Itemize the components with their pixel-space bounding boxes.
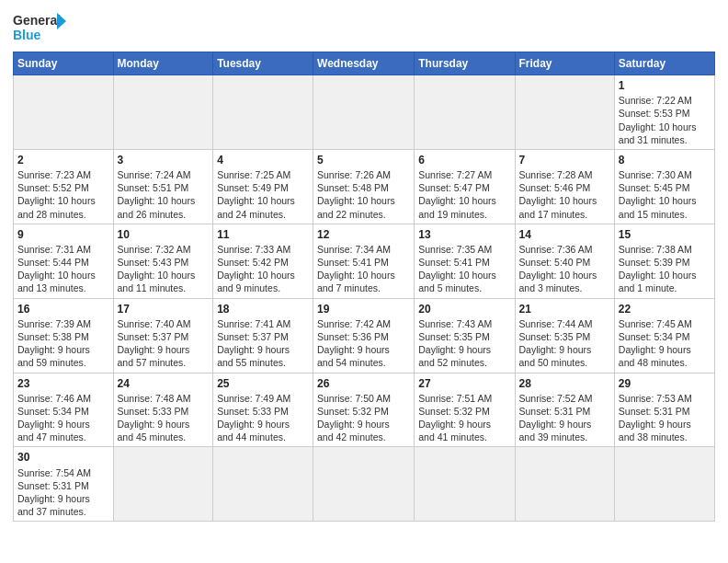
day-number: 6 xyxy=(418,153,510,167)
day-info: Sunrise: 7:31 AM Sunset: 5:44 PM Dayligh… xyxy=(17,244,96,294)
calendar-cell: 7Sunrise: 7:28 AM Sunset: 5:46 PM Daylig… xyxy=(515,149,614,224)
day-number: 11 xyxy=(217,227,309,242)
day-number: 12 xyxy=(317,227,410,242)
calendar-header-sunday: Sunday xyxy=(14,52,114,75)
logo: GeneralBlue xyxy=(13,9,68,46)
calendar-header-wednesday: Wednesday xyxy=(313,52,415,75)
calendar-cell: 15Sunrise: 7:38 AM Sunset: 5:39 PM Dayli… xyxy=(614,224,714,298)
day-number: 23 xyxy=(17,376,109,391)
day-info: Sunrise: 7:25 AM Sunset: 5:49 PM Dayligh… xyxy=(217,169,295,220)
calendar-cell xyxy=(415,75,515,150)
calendar-cell xyxy=(614,447,714,522)
calendar-header-monday: Monday xyxy=(113,52,213,75)
calendar-cell: 14Sunrise: 7:36 AM Sunset: 5:40 PM Dayli… xyxy=(515,224,614,298)
day-info: Sunrise: 7:40 AM Sunset: 5:37 PM Dayligh… xyxy=(118,318,191,369)
day-info: Sunrise: 7:53 AM Sunset: 5:31 PM Dayligh… xyxy=(619,393,692,443)
calendar-cell xyxy=(213,447,313,522)
day-info: Sunrise: 7:41 AM Sunset: 5:37 PM Dayligh… xyxy=(217,318,290,369)
day-number: 8 xyxy=(619,153,711,167)
calendar-cell: 20Sunrise: 7:43 AM Sunset: 5:35 PM Dayli… xyxy=(415,298,515,373)
calendar-cell: 24Sunrise: 7:48 AM Sunset: 5:33 PM Dayli… xyxy=(113,373,213,447)
day-info: Sunrise: 7:52 AM Sunset: 5:31 PM Dayligh… xyxy=(519,393,593,443)
day-info: Sunrise: 7:45 AM Sunset: 5:34 PM Dayligh… xyxy=(619,318,692,369)
day-info: Sunrise: 7:50 AM Sunset: 5:32 PM Dayligh… xyxy=(317,393,391,443)
day-info: Sunrise: 7:28 AM Sunset: 5:46 PM Dayligh… xyxy=(519,169,597,220)
calendar-cell xyxy=(113,75,213,150)
calendar-week-0: 1Sunrise: 7:22 AM Sunset: 5:53 PM Daylig… xyxy=(14,75,715,150)
day-number: 10 xyxy=(118,227,210,242)
calendar-header-thursday: Thursday xyxy=(415,52,515,75)
calendar-cell: 1Sunrise: 7:22 AM Sunset: 5:53 PM Daylig… xyxy=(614,75,714,150)
calendar-header-tuesday: Tuesday xyxy=(213,52,313,75)
calendar-cell: 3Sunrise: 7:24 AM Sunset: 5:51 PM Daylig… xyxy=(113,149,213,224)
day-number: 22 xyxy=(619,302,711,316)
day-number: 1 xyxy=(619,78,711,93)
day-info: Sunrise: 7:49 AM Sunset: 5:33 PM Dayligh… xyxy=(217,393,290,443)
day-number: 20 xyxy=(418,302,510,316)
day-info: Sunrise: 7:46 AM Sunset: 5:34 PM Dayligh… xyxy=(17,393,91,443)
day-info: Sunrise: 7:27 AM Sunset: 5:47 PM Dayligh… xyxy=(418,169,496,220)
day-number: 28 xyxy=(519,376,610,391)
calendar-cell: 18Sunrise: 7:41 AM Sunset: 5:37 PM Dayli… xyxy=(213,298,313,373)
day-number: 19 xyxy=(317,302,410,316)
calendar-cell: 25Sunrise: 7:49 AM Sunset: 5:33 PM Dayli… xyxy=(213,373,313,447)
calendar-cell: 17Sunrise: 7:40 AM Sunset: 5:37 PM Dayli… xyxy=(113,298,213,373)
day-info: Sunrise: 7:23 AM Sunset: 5:52 PM Dayligh… xyxy=(17,169,96,220)
calendar-cell: 4Sunrise: 7:25 AM Sunset: 5:49 PM Daylig… xyxy=(213,149,313,224)
calendar-cell: 22Sunrise: 7:45 AM Sunset: 5:34 PM Dayli… xyxy=(614,298,714,373)
calendar-cell: 5Sunrise: 7:26 AM Sunset: 5:48 PM Daylig… xyxy=(313,149,415,224)
day-number: 17 xyxy=(118,302,210,316)
calendar-cell xyxy=(14,75,114,150)
page: GeneralBlue SundayMondayTuesdayWednesday… xyxy=(0,0,728,563)
day-number: 2 xyxy=(17,153,109,167)
calendar-cell: 10Sunrise: 7:32 AM Sunset: 5:43 PM Dayli… xyxy=(113,224,213,298)
calendar-cell: 29Sunrise: 7:53 AM Sunset: 5:31 PM Dayli… xyxy=(614,373,714,447)
calendar-week-2: 9Sunrise: 7:31 AM Sunset: 5:44 PM Daylig… xyxy=(14,224,715,298)
calendar-cell: 27Sunrise: 7:51 AM Sunset: 5:32 PM Dayli… xyxy=(415,373,515,447)
calendar-week-5: 30Sunrise: 7:54 AM Sunset: 5:31 PM Dayli… xyxy=(14,447,715,522)
calendar-header-saturday: Saturday xyxy=(614,52,714,75)
calendar-header-row: SundayMondayTuesdayWednesdayThursdayFrid… xyxy=(14,52,715,75)
day-number: 27 xyxy=(418,376,510,391)
header: GeneralBlue xyxy=(13,9,715,46)
day-info: Sunrise: 7:48 AM Sunset: 5:33 PM Dayligh… xyxy=(118,393,191,443)
calendar-week-1: 2Sunrise: 7:23 AM Sunset: 5:52 PM Daylig… xyxy=(14,149,715,224)
calendar-cell xyxy=(213,75,313,150)
day-number: 15 xyxy=(619,227,711,242)
day-info: Sunrise: 7:26 AM Sunset: 5:48 PM Dayligh… xyxy=(317,169,395,220)
calendar-cell xyxy=(415,447,515,522)
calendar-cell: 8Sunrise: 7:30 AM Sunset: 5:45 PM Daylig… xyxy=(614,149,714,224)
day-number: 25 xyxy=(217,376,309,391)
calendar-table: SundayMondayTuesdayWednesdayThursdayFrid… xyxy=(13,52,715,522)
calendar-week-4: 23Sunrise: 7:46 AM Sunset: 5:34 PM Dayli… xyxy=(14,373,715,447)
calendar-header-friday: Friday xyxy=(515,52,614,75)
svg-text:Blue: Blue xyxy=(13,28,41,42)
day-number: 3 xyxy=(118,153,210,167)
calendar-cell: 13Sunrise: 7:35 AM Sunset: 5:41 PM Dayli… xyxy=(415,224,515,298)
calendar-week-3: 16Sunrise: 7:39 AM Sunset: 5:38 PM Dayli… xyxy=(14,298,715,373)
day-info: Sunrise: 7:42 AM Sunset: 5:36 PM Dayligh… xyxy=(317,318,391,369)
calendar-cell: 30Sunrise: 7:54 AM Sunset: 5:31 PM Dayli… xyxy=(14,447,114,522)
day-info: Sunrise: 7:30 AM Sunset: 5:45 PM Dayligh… xyxy=(619,169,697,220)
calendar-cell: 9Sunrise: 7:31 AM Sunset: 5:44 PM Daylig… xyxy=(14,224,114,298)
day-number: 30 xyxy=(17,450,109,465)
day-number: 24 xyxy=(118,376,210,391)
day-info: Sunrise: 7:32 AM Sunset: 5:43 PM Dayligh… xyxy=(118,244,196,294)
calendar-cell: 6Sunrise: 7:27 AM Sunset: 5:47 PM Daylig… xyxy=(415,149,515,224)
day-number: 16 xyxy=(17,302,109,316)
day-number: 9 xyxy=(17,227,109,242)
day-number: 21 xyxy=(519,302,610,316)
day-info: Sunrise: 7:36 AM Sunset: 5:40 PM Dayligh… xyxy=(519,244,597,294)
svg-marker-1 xyxy=(57,13,66,29)
day-number: 13 xyxy=(418,227,510,242)
day-number: 29 xyxy=(619,376,711,391)
day-info: Sunrise: 7:33 AM Sunset: 5:42 PM Dayligh… xyxy=(217,244,295,294)
day-info: Sunrise: 7:39 AM Sunset: 5:38 PM Dayligh… xyxy=(17,318,91,369)
calendar-cell: 28Sunrise: 7:52 AM Sunset: 5:31 PM Dayli… xyxy=(515,373,614,447)
day-info: Sunrise: 7:38 AM Sunset: 5:39 PM Dayligh… xyxy=(619,244,697,294)
calendar-cell: 21Sunrise: 7:44 AM Sunset: 5:35 PM Dayli… xyxy=(515,298,614,373)
calendar-cell xyxy=(113,447,213,522)
day-info: Sunrise: 7:54 AM Sunset: 5:31 PM Dayligh… xyxy=(17,467,91,518)
day-info: Sunrise: 7:24 AM Sunset: 5:51 PM Dayligh… xyxy=(118,169,196,220)
day-number: 18 xyxy=(217,302,309,316)
